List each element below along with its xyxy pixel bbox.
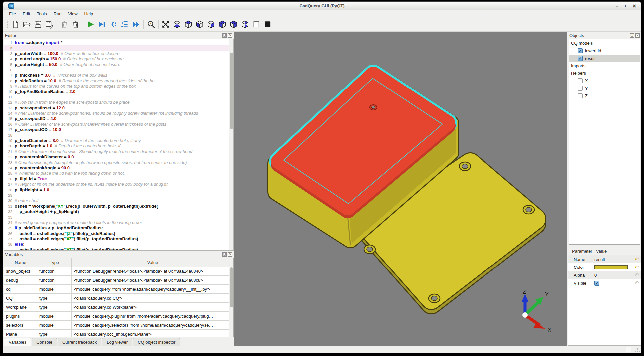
code-line[interactable]: 13p_screwpostInset = 12.0 (4, 105, 229, 111)
tree-group-cq-models[interactable]: CQ models (569, 40, 640, 47)
close-panel-icon[interactable]: ✕ (228, 33, 232, 38)
code-line[interactable]: 7p_thickness = 3.0 # Thickness of the bo… (4, 73, 229, 78)
menu-tools[interactable]: Tools (33, 11, 50, 17)
code-line[interactable]: 17p_screwpostOD = 10.0 (4, 127, 229, 132)
code-line[interactable]: 3p_outerWidth = 100.0 # Outer width of b… (4, 51, 229, 56)
checkbox[interactable] (578, 78, 583, 83)
save-as-button[interactable] (44, 19, 55, 30)
code-line[interactable]: oshell = oshell.edges("#Z").fillet(p_top… (4, 247, 229, 251)
code-line[interactable]: 15p_screwpostID = 4.0 (4, 116, 229, 121)
toolbar-drag-handle[interactable] (6, 20, 8, 29)
checkbox[interactable]: ✓ (578, 48, 583, 53)
code-line[interactable]: 12# How far in from the edges the screwp… (4, 100, 229, 105)
code-line[interactable]: 19p_boreDiameter = 8.0 # Diameter of the… (4, 138, 229, 143)
color-swatch[interactable] (594, 265, 628, 269)
resize-grip[interactable] (635, 347, 640, 352)
code-line[interactable]: 30# outer shell (4, 198, 229, 203)
code-line[interactable]: 33 (4, 215, 229, 220)
checkbox[interactable]: ✓ (594, 281, 599, 286)
view-cube-5-button[interactable] (217, 19, 228, 30)
code-line[interactable]: 22p_countersinkDiameter = 0.0 (4, 154, 229, 160)
code-line[interactable]: 37 oshell = oshell.edges("#Z").fillet(p_… (4, 236, 229, 242)
continue-button[interactable] (130, 19, 142, 30)
title-bar[interactable]: cq CadQuery GUI (PyQT) – + ✕ (3, 2, 641, 10)
code-line[interactable]: 32 p_outerHeight + p_lipHeight) (4, 209, 229, 214)
delete-button[interactable] (59, 19, 70, 30)
close-panel-icon[interactable]: ✕ (635, 33, 640, 38)
code-line[interactable]: 23# Countersink angle (complete angle be… (4, 160, 229, 165)
code-line[interactable]: 5p_outerHeight = 50.0 # Outer height of … (4, 62, 229, 67)
variables-scrollbar-thumb[interactable] (230, 267, 233, 307)
menu-file[interactable]: File (6, 11, 19, 17)
code-line[interactable]: 4p_outerLength = 150.0 # Outer length of… (4, 56, 229, 62)
reset-icon[interactable]: ↶ (633, 272, 641, 278)
param-value-visible[interactable]: ✓ (590, 281, 633, 286)
param-value-name[interactable]: result (590, 257, 633, 262)
menu-edit[interactable]: Edit (19, 11, 33, 17)
code-line[interactable]: 9# Radius for the curves on the top and … (4, 84, 229, 89)
checkbox[interactable] (578, 93, 583, 98)
variable-row[interactable]: selectorsmodule<module 'cadquery.selecto… (4, 321, 233, 330)
tab-variables[interactable]: Variables (4, 338, 31, 346)
variable-row[interactable]: Workplanetype<class 'cadquery.cq.Workpla… (4, 303, 233, 312)
view-cube-2-button[interactable] (183, 19, 194, 30)
code-line[interactable]: 8p_sideRadius = 10.0 # Radius for the cu… (4, 78, 229, 84)
close-panel-icon[interactable]: ✕ (228, 252, 232, 257)
tree-item-x[interactable]: X (569, 77, 640, 85)
open-file-button[interactable] (21, 19, 32, 30)
code-line[interactable]: 10p_topAndBottomRadius = 2.0 (4, 89, 229, 94)
code-line[interactable]: 18 (4, 133, 229, 138)
variable-row[interactable]: debugfunction<function Debugger.render.<… (4, 276, 233, 285)
tree-item-y[interactable]: Y (569, 85, 640, 92)
variable-row[interactable]: pluginsmodule<module 'cadquery.plugins' … (4, 312, 233, 321)
code-line[interactable]: 20p_boreDepth = 1.0 # Depth of the count… (4, 143, 229, 149)
menu-help[interactable]: Help (81, 11, 97, 17)
view-cube-7-button[interactable] (239, 19, 251, 30)
code-line[interactable]: 16# Outer Diameter of the screwposts.\nD… (4, 122, 229, 127)
code-line[interactable]: 24p_countersinkAngle = 90.0 (4, 165, 229, 171)
step-list-button[interactable] (119, 19, 130, 30)
run-button[interactable] (85, 19, 96, 30)
minimize-button[interactable]: – (616, 4, 618, 8)
column-header-name[interactable]: Name (4, 258, 37, 267)
view-cube-6-button[interactable] (228, 19, 239, 30)
menu-run[interactable]: Run (50, 11, 65, 17)
black-square-button[interactable] (262, 19, 273, 30)
maximize-button[interactable]: + (624, 4, 627, 8)
checkbox[interactable]: ✓ (578, 56, 583, 61)
param-value-color[interactable] (590, 265, 633, 269)
tree-group-helpers[interactable]: Helpers (569, 70, 640, 77)
tree-item-result[interactable]: ✓result (569, 55, 640, 62)
code-line[interactable]: 28p_lipHeight = 1.0 (4, 187, 229, 193)
view-cube-1-button[interactable] (171, 19, 183, 30)
reset-icon[interactable]: ↶ (633, 264, 641, 270)
variable-row[interactable]: cqmodule<module 'cadquery' from '/home/a… (4, 285, 233, 294)
code-line[interactable]: 27# Height of lip on the underside of th… (4, 182, 229, 187)
code-line[interactable]: 6 (4, 67, 229, 73)
viewport-3d[interactable]: Z Y X (234, 32, 567, 346)
param-value-alpha[interactable]: 0 (590, 273, 633, 278)
code-line[interactable]: 38else: (4, 242, 229, 247)
tab-current-traceback[interactable]: Current traceback (58, 338, 101, 346)
code-line[interactable]: 21# Outer diameter of countersink. Shoul… (4, 149, 229, 154)
white-square-button[interactable] (251, 19, 262, 30)
column-header-value[interactable]: Value (72, 258, 233, 267)
code-line[interactable]: 31oshell = Workplane("XY").rect(p_outerW… (4, 204, 229, 209)
tree-item-z[interactable]: Z (569, 92, 640, 100)
panel-splitter-handle[interactable] (567, 245, 641, 247)
tab-cq-object-inspector[interactable]: CQ object inspector (133, 338, 180, 346)
reset-icon[interactable]: ↶ (633, 280, 641, 286)
code-line[interactable]: 14# nner Diameter of the screwpost holes… (4, 111, 229, 116)
save-button[interactable] (32, 19, 44, 30)
code-line[interactable]: 36 oshell = oshell.edges("|Z").fillet(p_… (4, 231, 229, 236)
float-panel-icon[interactable]: ❏ (630, 33, 634, 38)
tree-group-imports[interactable]: Imports (569, 62, 640, 70)
code-line[interactable]: 1from cadquery import * (4, 40, 229, 45)
debug-run-button[interactable] (96, 19, 108, 30)
variable-row[interactable]: CQtype<class 'cadquery.cq.CQ'> (4, 294, 233, 303)
tab-console[interactable]: Console (32, 338, 57, 346)
variable-row[interactable]: show_objectfunction<function Debugger.re… (4, 267, 233, 276)
search-button[interactable] (145, 19, 157, 30)
tree-item-lowerlid[interactable]: ✓lowerLid (569, 47, 640, 55)
checkbox[interactable] (578, 86, 583, 91)
